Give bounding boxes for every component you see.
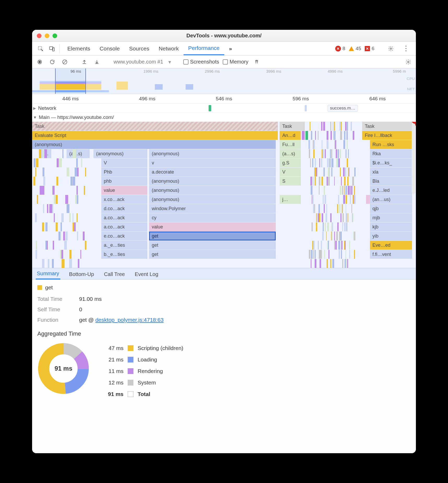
flame-bar[interactable] bbox=[334, 177, 335, 186]
flame-bar[interactable] bbox=[321, 122, 323, 131]
flame-bar[interactable]: Bla bbox=[370, 177, 412, 186]
flame-bar[interactable] bbox=[48, 259, 49, 268]
tab-sources[interactable]: Sources bbox=[125, 42, 154, 55]
flame-bar[interactable] bbox=[54, 195, 55, 204]
flame-bar[interactable] bbox=[45, 222, 47, 231]
flame-bar[interactable] bbox=[354, 232, 355, 240]
more-icon[interactable]: ⋮ bbox=[400, 44, 412, 53]
flame-bar[interactable] bbox=[342, 222, 343, 231]
flame-bar[interactable] bbox=[66, 232, 68, 240]
flame-bar[interactable] bbox=[351, 122, 352, 131]
flame-bar[interactable] bbox=[67, 204, 69, 213]
warnings-badge[interactable]: 45 bbox=[349, 46, 361, 51]
flame-bar[interactable] bbox=[349, 241, 350, 250]
flame-bar[interactable] bbox=[56, 222, 58, 231]
flame-bar[interactable] bbox=[316, 213, 317, 222]
flame-bar[interactable]: value bbox=[149, 222, 276, 231]
flame-bar[interactable] bbox=[346, 131, 348, 140]
collapse-icon[interactable]: ▶ bbox=[33, 106, 36, 110]
flame-bar[interactable] bbox=[345, 259, 346, 268]
flame-bar[interactable] bbox=[85, 241, 86, 250]
flame-bar[interactable]: yib bbox=[370, 232, 412, 240]
flame-bar[interactable] bbox=[312, 195, 312, 204]
flame-bar[interactable]: (anonymous) bbox=[149, 177, 276, 186]
flame-bar[interactable]: mjb bbox=[370, 213, 412, 222]
flame-bar[interactable] bbox=[332, 259, 334, 268]
flame-bar[interactable] bbox=[76, 213, 78, 222]
flame-bar[interactable]: (a…s) bbox=[67, 149, 90, 158]
flame-bar[interactable] bbox=[354, 168, 356, 176]
flame-bar[interactable] bbox=[366, 195, 370, 204]
flame-bar[interactable] bbox=[311, 131, 313, 140]
flame-bar[interactable] bbox=[322, 140, 322, 149]
main-thread-header[interactable]: ▼ Main — https://www.youtube.com/ bbox=[32, 113, 416, 122]
tab-summary[interactable]: Summary bbox=[36, 268, 60, 279]
flame-bar[interactable] bbox=[319, 186, 320, 195]
flame-scrollbar[interactable] bbox=[412, 123, 415, 194]
flame-bar[interactable]: (anonymous) bbox=[149, 186, 276, 195]
flame-bar[interactable] bbox=[346, 195, 347, 204]
time-ruler[interactable]: 446 ms496 ms546 ms596 ms646 ms bbox=[32, 94, 416, 104]
flame-bar[interactable] bbox=[328, 177, 330, 186]
flame-bar[interactable] bbox=[321, 158, 322, 167]
device-toolbar-icon[interactable] bbox=[46, 42, 58, 55]
flame-bar[interactable] bbox=[320, 250, 322, 259]
flame-bar[interactable]: a.co…ack bbox=[101, 213, 147, 222]
inspect-element-icon[interactable] bbox=[35, 42, 46, 55]
flame-bar[interactable]: V bbox=[101, 158, 147, 167]
flame-bar[interactable] bbox=[342, 204, 343, 213]
flame-bar[interactable] bbox=[330, 122, 331, 131]
flame-bar[interactable] bbox=[338, 158, 339, 167]
flame-bar[interactable] bbox=[339, 250, 340, 259]
flame-bar[interactable] bbox=[39, 149, 41, 158]
flame-bar[interactable] bbox=[333, 131, 334, 140]
flame-bar[interactable] bbox=[323, 122, 324, 131]
flame-bar[interactable] bbox=[343, 168, 345, 176]
tab-console[interactable]: Console bbox=[95, 42, 125, 55]
flame-bar[interactable] bbox=[310, 158, 311, 167]
collapse-icon[interactable]: ▼ bbox=[33, 115, 37, 119]
flame-bar[interactable]: a.decorate bbox=[149, 168, 276, 176]
flame-bar[interactable] bbox=[337, 222, 339, 231]
overview-selection[interactable] bbox=[55, 68, 86, 94]
flame-bar[interactable] bbox=[339, 158, 340, 167]
flame-bar[interactable] bbox=[347, 177, 349, 186]
flame-bar[interactable] bbox=[324, 186, 325, 195]
flame-bar[interactable] bbox=[324, 250, 325, 259]
flame-bar[interactable] bbox=[77, 232, 78, 240]
flame-bar[interactable] bbox=[313, 177, 314, 186]
flame-bar[interactable] bbox=[327, 222, 329, 231]
flame-bar[interactable] bbox=[343, 213, 344, 222]
flame-bar[interactable] bbox=[69, 250, 72, 259]
flame-bar[interactable] bbox=[331, 149, 332, 158]
flame-bar[interactable] bbox=[328, 250, 329, 259]
flame-bar[interactable] bbox=[347, 140, 348, 149]
flame-bar[interactable] bbox=[323, 195, 324, 204]
flame-bar[interactable]: f.fi…vent bbox=[370, 250, 412, 259]
flame-bar[interactable] bbox=[56, 177, 58, 186]
flame-bar[interactable] bbox=[52, 186, 55, 195]
flame-bar[interactable] bbox=[81, 158, 82, 167]
flame-bar[interactable] bbox=[346, 259, 347, 268]
upload-icon[interactable] bbox=[80, 58, 89, 66]
flame-bar[interactable]: xla bbox=[370, 168, 412, 176]
flame-bar[interactable] bbox=[42, 259, 45, 268]
flame-bar[interactable] bbox=[325, 149, 326, 158]
flame-bar[interactable] bbox=[76, 158, 78, 167]
flame-bar[interactable] bbox=[338, 241, 340, 250]
flame-bar[interactable] bbox=[316, 222, 317, 231]
flame-bar[interactable] bbox=[345, 250, 346, 259]
flame-bar[interactable] bbox=[59, 158, 62, 167]
flame-bar[interactable] bbox=[44, 149, 47, 158]
flame-bar[interactable] bbox=[340, 131, 342, 140]
flame-bar[interactable]: a.co…ack bbox=[101, 222, 147, 231]
flame-bar[interactable] bbox=[321, 241, 322, 250]
flame-bar[interactable] bbox=[334, 131, 335, 140]
flame-bar-selected[interactable]: get bbox=[149, 232, 276, 240]
flame-bar[interactable] bbox=[74, 222, 76, 231]
flame-bar[interactable] bbox=[326, 232, 327, 240]
flame-bar[interactable]: v bbox=[149, 158, 276, 167]
flame-bar[interactable] bbox=[327, 131, 328, 140]
flame-bar[interactable]: Eve…ed bbox=[370, 241, 412, 250]
flame-bar[interactable] bbox=[326, 204, 327, 213]
